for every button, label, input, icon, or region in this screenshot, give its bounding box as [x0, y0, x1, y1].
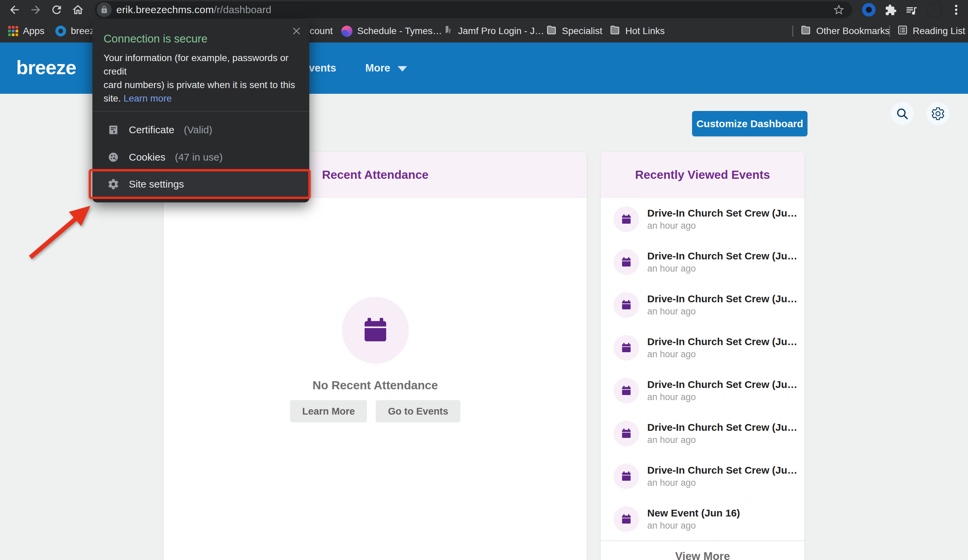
- attendance-empty-title: No Recent Attendance: [164, 378, 587, 392]
- bookmark-folder-hotlinks[interactable]: Hot Links: [609, 20, 665, 43]
- calendar-icon: [620, 213, 633, 226]
- bookmark-star-button[interactable]: [832, 3, 846, 17]
- event-title: New Event (Jun 16): [647, 507, 740, 519]
- bookmark-truncated[interactable]: count: [310, 20, 333, 43]
- reading-list-button[interactable]: Reading List: [897, 20, 965, 43]
- event-time: an hour ago: [647, 520, 740, 531]
- customize-dashboard-button[interactable]: Customize Dashboard: [692, 111, 807, 136]
- browser-toolbar: erik.breezechms.com/r/dashboard: [0, 0, 968, 20]
- event-list-item[interactable]: Drive-In Church Set Crew (Ju…an hour ago: [601, 283, 804, 326]
- event-list-item[interactable]: New Event (Jun 16)an hour ago: [601, 498, 804, 540]
- certificate-detail: (Valid): [184, 124, 212, 136]
- cookies-menu-item[interactable]: Cookies (47 in use): [93, 143, 309, 171]
- event-icon-circle: [613, 464, 639, 489]
- event-list-item[interactable]: Drive-In Church Set Crew (Ju…an hour ago: [601, 369, 804, 412]
- calendar-icon: [620, 513, 633, 525]
- popup-body-line1: Your information (for example, passwords…: [104, 53, 288, 76]
- media-controls-button[interactable]: [904, 3, 919, 18]
- event-list-item[interactable]: Drive-In Church Set Crew (Ju…an hour ago: [601, 412, 804, 455]
- folder-icon: [800, 24, 812, 38]
- learn-more-link[interactable]: Learn more: [123, 93, 172, 104]
- popup-body-text: Your information (for example, passwords…: [104, 51, 301, 105]
- go-to-events-button[interactable]: Go to Events: [376, 400, 461, 422]
- events-card-header: Recently Viewed Events: [601, 152, 804, 198]
- search-icon: [895, 107, 909, 121]
- extensions-button[interactable]: [883, 3, 898, 17]
- gear-icon: [931, 107, 945, 121]
- event-icon-circle: [613, 249, 639, 275]
- chevron-down-icon: [398, 66, 407, 71]
- breeze-logo[interactable]: breeze: [16, 56, 76, 79]
- bookmarks-divider: [889, 25, 890, 37]
- event-time: an hour ago: [647, 392, 797, 403]
- bookmark-label: breez: [71, 26, 94, 36]
- nav-more-label: More: [365, 62, 390, 74]
- breeze-favicon: [55, 26, 66, 36]
- event-list-item[interactable]: Drive-In Church Set Crew (Ju…an hour ago: [601, 198, 804, 240]
- other-bookmarks-label: Other Bookmarks: [816, 26, 890, 36]
- event-icon-circle: [613, 292, 639, 318]
- refresh-button[interactable]: [50, 3, 63, 17]
- popup-body-line3: site.: [104, 93, 121, 104]
- certificate-icon: [107, 124, 119, 136]
- bookmark-apps[interactable]: Apps: [8, 20, 45, 43]
- bookmark-label: Apps: [23, 26, 45, 36]
- nav-item-more[interactable]: More: [365, 62, 407, 74]
- event-list-item[interactable]: Drive-In Church Set Crew (Ju…an hour ago: [601, 455, 804, 498]
- bookmark-breeze[interactable]: breez: [55, 20, 94, 43]
- event-icon-circle: [613, 207, 639, 232]
- view-more-button[interactable]: View More: [601, 540, 804, 560]
- event-time: an hour ago: [647, 263, 797, 274]
- popup-close-button[interactable]: [290, 25, 303, 37]
- address-bar[interactable]: erik.breezechms.com/r/dashboard: [95, 2, 852, 18]
- bookmark-schedule[interactable]: Schedule - Tymes…: [341, 20, 442, 43]
- puzzle-icon: [885, 4, 897, 16]
- event-icon-circle: [613, 421, 639, 446]
- event-icon-circle: [613, 335, 639, 361]
- extension-ring-button[interactable]: [862, 3, 875, 17]
- certificate-menu-item[interactable]: Certificate (Valid): [93, 116, 309, 143]
- event-list-item[interactable]: Drive-In Church Set Crew (Ju…an hour ago: [601, 240, 804, 283]
- forward-button[interactable]: [29, 3, 43, 17]
- event-icon-circle: [613, 378, 639, 403]
- bookmark-jamf[interactable]: Jamf Pro Login - J…: [443, 20, 544, 43]
- playlist-icon: [905, 4, 918, 17]
- browser-window: erik.breezechms.com/r/dashboard: [0, 0, 968, 560]
- other-bookmarks-button[interactable]: Other Bookmarks: [800, 20, 890, 43]
- star-icon: [832, 3, 845, 16]
- bookmark-label: Schedule - Tymes…: [357, 26, 442, 36]
- navbar-search-button[interactable]: [891, 102, 914, 125]
- event-icon-circle: [613, 506, 639, 532]
- event-title: Drive-In Church Set Crew (Ju…: [647, 250, 797, 262]
- popup-body-line2: card numbers) is private when it is sent…: [104, 80, 295, 90]
- back-button[interactable]: [8, 3, 21, 17]
- home-button[interactable]: [71, 3, 85, 17]
- apps-grid-icon: [8, 26, 18, 36]
- learn-more-button[interactable]: Learn More: [290, 400, 367, 422]
- url-text: erik.breezechms.com/r/dashboard: [116, 4, 272, 15]
- events-list: Drive-In Church Set Crew (Ju…an hour ago…: [601, 198, 804, 540]
- attendance-card-title: Recent Attendance: [322, 168, 429, 182]
- profile-avatar[interactable]: [927, 2, 942, 18]
- calendar-icon: [620, 384, 633, 397]
- attendance-buttons: Learn More Go to Events: [164, 400, 587, 422]
- cookies-detail: (47 in use): [175, 151, 223, 163]
- event-title: Drive-In Church Set Crew (Ju…: [647, 464, 797, 476]
- bookmark-label: Specialist: [562, 26, 602, 36]
- navbar-settings-button[interactable]: [927, 102, 950, 125]
- cookie-icon: [107, 151, 119, 163]
- event-title: Drive-In Church Set Crew (Ju…: [647, 336, 797, 348]
- reading-list-label: Reading List: [913, 26, 965, 36]
- lock-button[interactable]: [97, 2, 112, 17]
- bookmark-label: Hot Links: [625, 26, 665, 36]
- bookmark-folder-specialist[interactable]: Specialist: [546, 20, 602, 43]
- annotation-arrow: [13, 189, 115, 277]
- forward-icon: [29, 3, 42, 16]
- calendar-icon: [620, 470, 633, 483]
- browser-menu-button[interactable]: [951, 3, 961, 17]
- event-title: Drive-In Church Set Crew (Ju…: [647, 293, 797, 305]
- event-list-item[interactable]: Drive-In Church Set Crew (Ju…an hour ago: [601, 326, 804, 369]
- event-title: Drive-In Church Set Crew (Ju…: [647, 379, 797, 390]
- bookmark-label: count: [310, 26, 333, 36]
- back-icon: [8, 3, 21, 16]
